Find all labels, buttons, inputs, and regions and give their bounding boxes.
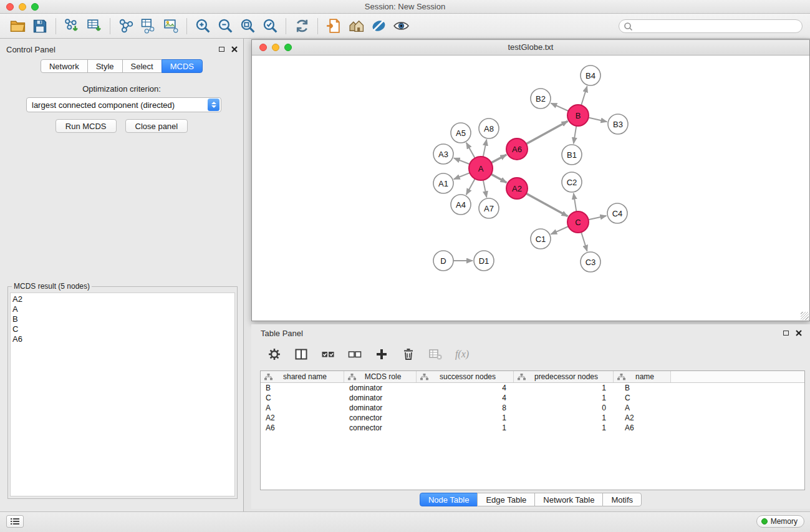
close-panel-button[interactable]: Close panel	[125, 119, 188, 133]
zoom-out-button[interactable]	[214, 16, 236, 37]
table-float-panel-icon[interactable]	[782, 329, 789, 337]
mcds-result-item[interactable]: A6	[12, 334, 234, 344]
graph-edge-B-B2[interactable]	[551, 103, 568, 111]
table-cell[interactable]: 0	[514, 403, 614, 413]
task-history-button[interactable]	[6, 515, 24, 528]
table-cell[interactable]: 1	[514, 383, 614, 393]
function-builder-button[interactable]: f(x)	[453, 345, 471, 364]
tab-motifs[interactable]: Motifs	[602, 493, 642, 506]
mcds-result-item[interactable]: A2	[12, 294, 234, 304]
table-cell[interactable]: connector	[344, 423, 417, 433]
table-row[interactable]: Cdominator41C	[261, 393, 804, 403]
graph-edge-C-C2[interactable]	[574, 193, 577, 211]
table-cell[interactable]: 1	[514, 413, 614, 423]
graph-edge-A-A1[interactable]	[454, 173, 470, 179]
deselect-all-button[interactable]	[345, 345, 364, 364]
tab-network-table[interactable]: Network Table	[534, 493, 603, 506]
zoom-fit-button[interactable]	[236, 16, 259, 37]
tab-style[interactable]: Style	[87, 59, 123, 73]
new-network-from-table-button[interactable]	[137, 16, 160, 37]
tab-edge-table[interactable]: Edge Table	[477, 493, 535, 506]
graph-edge-A-A6[interactable]	[491, 155, 506, 163]
show-hide-button[interactable]	[390, 16, 412, 37]
network-graph[interactable]: B4B2BB3A5A8A6A3B1AC2A1A2A4A7C4CC1C3DD1	[252, 56, 809, 321]
table-cell[interactable]: dominator	[344, 403, 417, 413]
welcome-screen-button[interactable]	[345, 16, 367, 37]
table-cell[interactable]: A6	[261, 423, 344, 433]
table-row[interactable]: Adominator80A	[261, 403, 804, 413]
table-cell[interactable]: 1	[417, 423, 514, 433]
table-cell[interactable]: B	[261, 383, 344, 393]
graph-edge-C-C3[interactable]	[581, 232, 587, 251]
network-close-button[interactable]	[259, 44, 267, 51]
new-network-button[interactable]	[115, 16, 137, 37]
table-cell[interactable]: A6	[614, 423, 671, 433]
import-table-button[interactable]	[83, 16, 105, 37]
search-input[interactable]	[619, 19, 803, 33]
table-row[interactable]: A2connector11A2	[261, 413, 804, 423]
tab-network[interactable]: Network	[41, 59, 88, 73]
import-network-button[interactable]	[60, 16, 83, 37]
column-header-mcds-role[interactable]: MCDS role	[344, 371, 417, 382]
zoom-in-button[interactable]	[191, 16, 214, 37]
graph-edge-A-A7[interactable]	[483, 180, 487, 198]
close-window-button[interactable]	[6, 3, 14, 11]
table-cell[interactable]: dominator	[344, 393, 417, 403]
titlebar[interactable]: Session: New Session	[0, 0, 810, 14]
graph-edge-B-B4[interactable]	[581, 86, 587, 105]
table-cell[interactable]: C	[261, 393, 344, 403]
open-file-button[interactable]	[6, 16, 29, 37]
graph-edge-A-A5[interactable]	[466, 143, 475, 158]
zoom-selected-button[interactable]	[259, 16, 281, 37]
table-cell[interactable]: C	[614, 393, 671, 403]
table-cell[interactable]: 1	[417, 413, 514, 423]
float-panel-icon[interactable]	[218, 46, 225, 53]
network-zoom-button[interactable]	[284, 44, 292, 51]
graph-edge-C-C1[interactable]	[551, 226, 568, 235]
select-all-button[interactable]	[319, 345, 337, 364]
memory-button[interactable]: Memory	[756, 515, 804, 528]
table-row[interactable]: A6connector11A6	[261, 423, 804, 433]
graph-edge-B-B1[interactable]	[574, 126, 577, 143]
network-canvas[interactable]: B4B2BB3A5A8A6A3B1AC2A1A2A4A7C4CC1C3DD1	[252, 56, 809, 321]
column-header-name[interactable]: name	[614, 371, 671, 382]
table-cell[interactable]: A2	[261, 413, 344, 423]
destroy-table-button[interactable]	[426, 345, 445, 364]
graph-edge-A-A3[interactable]	[454, 158, 470, 164]
close-panel-icon[interactable]	[231, 46, 238, 53]
graph-edge-A-A4[interactable]	[466, 179, 475, 195]
table-cell[interactable]: 1	[514, 393, 614, 403]
run-mcds-button[interactable]: Run MCDS	[55, 119, 117, 133]
apply-style-button[interactable]	[367, 16, 390, 37]
table-cell[interactable]: 1	[514, 423, 614, 433]
table-cell[interactable]: A	[614, 403, 671, 413]
table-row[interactable]: Bdominator41B	[261, 383, 804, 393]
delete-button[interactable]	[399, 345, 418, 364]
save-session-button[interactable]	[29, 16, 51, 37]
table-options-button[interactable]	[265, 345, 284, 364]
table-close-panel-icon[interactable]	[795, 329, 803, 337]
mcds-result-item[interactable]: B	[12, 314, 234, 324]
network-window-titlebar[interactable]: testGlobe.txt	[252, 40, 809, 56]
graph-edge-A-A2[interactable]	[491, 174, 507, 183]
minimize-window-button[interactable]	[19, 3, 26, 11]
resize-handle[interactable]	[801, 312, 809, 320]
graph-edge-A2-C[interactable]	[526, 193, 568, 216]
node-table[interactable]: shared nameMCDS rolesuccessor nodesprede…	[260, 370, 805, 490]
table-cell[interactable]: connector	[344, 413, 417, 423]
table-cell[interactable]: B	[614, 383, 671, 393]
add-button[interactable]	[372, 345, 391, 364]
criterion-select[interactable]: largest connected component (directed)	[26, 97, 221, 112]
table-cell[interactable]: A2	[614, 413, 671, 423]
mcds-result-list[interactable]: A2ABCA6	[10, 293, 235, 496]
table-cell[interactable]: 8	[417, 403, 514, 413]
table-cell[interactable]: A	[261, 403, 344, 413]
apply-layout-button[interactable]	[291, 16, 313, 37]
table-cell[interactable]: dominator	[344, 383, 417, 393]
export-network-image-button[interactable]	[160, 16, 182, 37]
mcds-result-item[interactable]: C	[12, 324, 234, 334]
graph-edge-B-B3[interactable]	[589, 118, 607, 122]
tab-mcds[interactable]: MCDS	[162, 59, 203, 73]
tab-node-table[interactable]: Node Table	[420, 493, 478, 506]
table-cell[interactable]: 4	[417, 383, 514, 393]
